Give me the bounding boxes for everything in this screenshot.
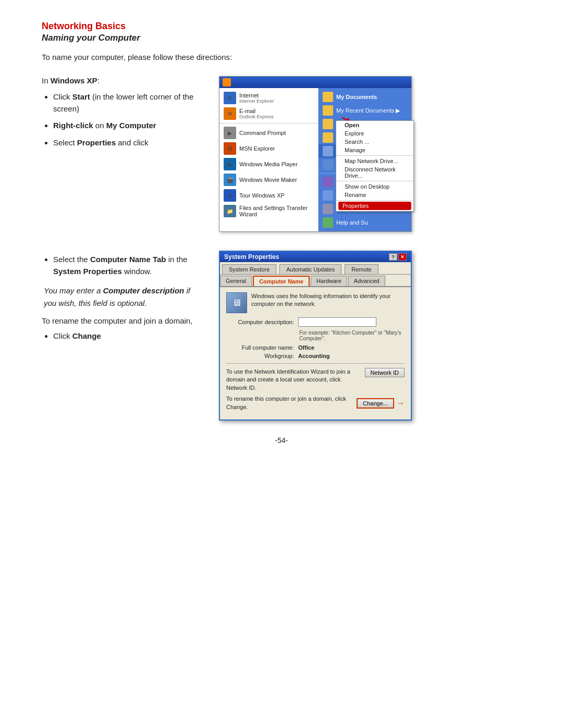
helpandsupport-icon: [323, 217, 333, 228]
menu-mediaplayer[interactable]: ▶ Windows Media Player: [219, 156, 318, 172]
ctx-sep3: [336, 200, 413, 201]
sysprop-fullname-row: Full computer name: Office: [226, 344, 405, 351]
mydocs-icon: [323, 92, 333, 102]
winxp-screenshot-container: IE InternetInternet Explorer ✉ E-mailOut…: [219, 76, 521, 232]
sysprop-content: 🖥 Windows uses the following information…: [220, 287, 411, 419]
page-subtitle: Naming your Computer: [42, 33, 521, 43]
msn-icon: M: [224, 142, 236, 155]
sysprop-info-text: Windows uses the following information t…: [251, 292, 405, 309]
page-number: -54-: [42, 436, 521, 445]
internet-icon: IE: [224, 92, 236, 104]
start-menu-left: IE InternetInternet Explorer ✉ E-mailOut…: [219, 88, 319, 231]
system-properties-dialog: System Properties ? ✕ System Restore Aut…: [219, 251, 412, 421]
context-menu: Open Explore Search ... Manage Map Netwo…: [336, 120, 414, 212]
ctx-showdesktop[interactable]: Show on Desktop: [336, 182, 413, 191]
network-id-button[interactable]: Network ID: [365, 368, 405, 377]
tab-computer-name[interactable]: Computer Name: [253, 276, 310, 286]
sysprop-networkid-text: To use the Network Identification Wizard…: [226, 368, 361, 392]
sysprop-fullname-value: Office: [298, 344, 314, 351]
sysprop-description-row: Computer description:: [226, 317, 405, 327]
sysprop-description-label: Computer description:: [226, 319, 294, 325]
rename-text: To rename the computer and join a domain…: [42, 315, 203, 327]
ctx-manage[interactable]: Manage: [336, 146, 413, 154]
email-icon: ✉: [224, 107, 236, 120]
ctx-explore[interactable]: Explore: [336, 129, 413, 138]
titlebar-close-btn[interactable]: ✕: [398, 253, 407, 261]
sysprop-description-hint: For example: "Kitchen Computer" or "Mary…: [299, 330, 405, 341]
winxp-titlebar: [219, 77, 411, 88]
tab-remote[interactable]: Remote: [345, 264, 378, 274]
bullet-right-click: Right-click on My Computer: [53, 120, 203, 132]
intro-text: To name your computer, please follow the…: [42, 53, 521, 61]
menu-moviemaker[interactable]: 🎬 Windows Movie Maker: [219, 172, 318, 188]
menu-msn[interactable]: M MSN Explorer: [219, 141, 318, 156]
sysprop-computer-icon: 🖥: [226, 292, 247, 313]
tourwinxp-icon: ⊞: [224, 189, 236, 202]
recentdocs-icon: [323, 105, 333, 116]
sysprop-dialog-container: System Properties ? ✕ System Restore Aut…: [219, 251, 521, 421]
tab-automatic-updates[interactable]: Automatic Updates: [279, 264, 341, 274]
ctx-sep2: [336, 181, 413, 181]
menu-cmd[interactable]: ▶ Command Prompt: [219, 125, 318, 141]
start-menu-right: My Documents My Recent Documents ▶ My Pi…: [319, 88, 411, 231]
description-note: You may enter a Computer description if …: [44, 285, 203, 310]
sysprop-fullname-label: Full computer name:: [226, 344, 294, 351]
controlpanel-icon: [323, 177, 333, 187]
bullet-click-start: Click Start (in the lower left corner of…: [53, 91, 203, 115]
mymusic-icon: [323, 132, 333, 143]
sysprop-titlebar: System Properties ? ✕: [220, 252, 411, 262]
sysprop-change-row: To rename this computer or join a domain…: [226, 395, 405, 411]
sysprop-workgroup-row: Workgroup: Accounting: [226, 353, 405, 359]
filetransfer-icon: 📁: [224, 205, 236, 217]
menu-internet[interactable]: IE InternetInternet Explorer: [219, 90, 318, 106]
ctx-open[interactable]: Open: [336, 121, 413, 129]
bullet-click-change: Click Change: [53, 330, 203, 342]
right-mydocs[interactable]: My Documents: [319, 90, 411, 104]
ctx-sep1: [336, 155, 413, 156]
mypictures-icon: [323, 119, 333, 129]
sysprop-change-text: To rename this computer or join a domain…: [226, 395, 352, 411]
bullet-select-computername: Select the Computer Name Tab in the Syst…: [53, 254, 203, 277]
sysprop-workgroup-value: Accounting: [298, 353, 330, 359]
sysprop-tabs-top: System Restore Automatic Updates Remote: [220, 262, 411, 275]
tab-advanced[interactable]: Advanced: [348, 276, 385, 286]
titlebar-help-btn[interactable]: ?: [389, 253, 397, 261]
ctx-search[interactable]: Search ...: [336, 138, 413, 146]
printers-icon: [323, 204, 333, 214]
mediaplayer-icon: ▶: [224, 158, 236, 170]
winxp-title-icon: [223, 78, 231, 87]
moviemaker-icon: 🎬: [224, 174, 236, 186]
bullet-properties: Select Properties and click: [53, 137, 203, 149]
sysprop-description-input[interactable]: [298, 317, 376, 327]
ctx-properties[interactable]: Properties: [338, 202, 411, 210]
sysprop-tabs-bottom: General Computer Name Hardware Advanced: [220, 275, 411, 287]
menu-tourwinxp[interactable]: ⊞ Tour Windows XP: [219, 188, 318, 203]
sysprop-title-text: System Properties: [224, 253, 279, 261]
menu-email[interactable]: ✉ E-mailOutlook Express: [219, 106, 318, 121]
tab-system-restore[interactable]: System Restore: [222, 264, 276, 274]
titlebar-controls: ? ✕: [389, 253, 407, 261]
menu-files-transfer[interactable]: 📁 Files and Settings Transfer Wizard: [219, 203, 318, 219]
tab-hardware[interactable]: Hardware: [311, 276, 347, 286]
cmd-icon: ▶: [224, 127, 236, 139]
sysprop-workgroup-label: Workgroup:: [226, 353, 294, 359]
windows-xp-label: In Windows XP:: [42, 76, 203, 85]
ctx-mapnetwork[interactable]: Map Network Drive...: [336, 157, 413, 165]
mycomputer-icon: [323, 146, 333, 156]
sysprop-networkid-row: To use the Network Identification Wizard…: [226, 368, 405, 392]
right-helpandsupport[interactable]: Help and Su: [319, 216, 411, 229]
sysprop-info-row: 🖥 Windows uses the following information…: [226, 292, 405, 313]
section2-left: Select the Computer Name Tab in the Syst…: [42, 251, 203, 421]
mynetwork-icon: [323, 159, 333, 170]
ctx-disconnect[interactable]: Disconnect Network Drive...: [336, 165, 413, 180]
sysprop-sep1: [226, 363, 405, 364]
connectto-icon: [323, 190, 333, 201]
tab-general[interactable]: General: [220, 276, 252, 286]
page-title: Networking Basics: [42, 21, 521, 32]
change-button[interactable]: Change...: [357, 398, 394, 409]
right-recentdocs[interactable]: My Recent Documents ▶: [319, 104, 411, 117]
ctx-rename[interactable]: Rename: [336, 191, 413, 199]
red-arrow-2: →: [396, 399, 405, 408]
